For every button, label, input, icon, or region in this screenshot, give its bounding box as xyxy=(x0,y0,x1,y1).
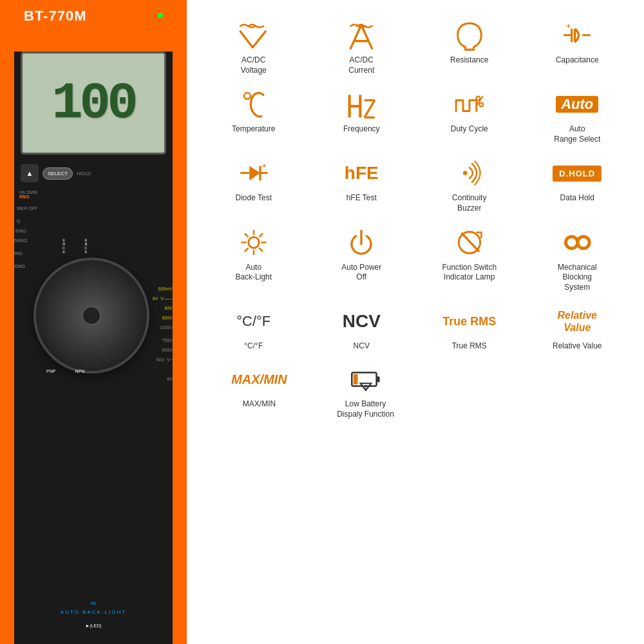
diode-test-icon: + xyxy=(238,157,270,189)
temperature-icon xyxy=(238,88,270,120)
auto-badge-text: Auto xyxy=(556,96,598,113)
svg-line-29 xyxy=(260,234,262,236)
auto-backlight-feat-label: AutoBack-Light xyxy=(235,263,272,283)
celsius-fahrenheit-text: °C/°F xyxy=(236,314,270,328)
transistor-e-left: E B C E xyxy=(62,238,65,254)
rms-label: RMS xyxy=(19,194,37,199)
led-label: ►(LED) xyxy=(14,623,173,628)
relative-value-text: RelativeValue xyxy=(558,309,597,334)
feature-resistance: Resistance xyxy=(419,19,520,75)
diode-test-label: Diode Test xyxy=(236,193,272,204)
auto-range-icon: Auto xyxy=(556,88,598,120)
capacitance-label: Capacitance xyxy=(556,55,599,66)
6mohm-label: 6MΩ xyxy=(13,251,23,256)
600v-ac-label: 600V xyxy=(162,348,173,352)
continuity-buzzer-label: ContinuityBuzzer xyxy=(452,193,486,213)
mechanical-blocking-icon xyxy=(561,227,593,259)
continuity-buzzer-icon xyxy=(453,157,486,189)
low-battery-label: Low BatteryDispaly Function xyxy=(337,399,394,419)
feature-continuity-buzzer: ContinuityBuzzer xyxy=(419,157,520,213)
hfe-text: hFE xyxy=(345,164,379,182)
true-rms-icon: True RMS xyxy=(442,305,496,337)
max-min-text: MAX/MIN xyxy=(231,373,287,386)
multimeter-panel: BT-770M 100 ▲ SELECT HOLD nts DMM RMS WE… xyxy=(0,0,187,644)
feature-diode-test: + Diode Test xyxy=(203,157,305,213)
600v-label: 600V xyxy=(162,316,173,320)
feature-ac-dc-current: AC/DCCurrent xyxy=(311,19,413,75)
dial-center xyxy=(82,306,101,325)
feature-true-rms: True RMS True RMS xyxy=(419,305,520,352)
mechanical-blocking-label: MechanicalBlockingSystem xyxy=(558,263,597,293)
ncv-text: NCV xyxy=(343,312,381,330)
feature-function-switch: Function SwitchIndicator Lamp xyxy=(419,227,520,293)
max-min-icon: MAX/MIN xyxy=(231,363,287,395)
feature-data-hold: D.HOLD Data Hold xyxy=(527,157,629,213)
ac-dc-voltage-label: AC/DCVoltage xyxy=(241,55,267,75)
auto-power-off-icon xyxy=(345,227,377,259)
relative-value-label: Relative Value xyxy=(553,341,602,352)
svg-marker-17 xyxy=(249,166,260,181)
feature-auto-backlight: AutoBack-Light xyxy=(203,227,305,293)
svg-point-37 xyxy=(580,238,588,246)
display-area: 100 xyxy=(21,52,166,155)
svg-line-27 xyxy=(245,234,247,236)
capacitance-icon: + xyxy=(561,19,593,52)
triangle-button[interactable]: ▲ xyxy=(21,164,39,182)
svg-point-13 xyxy=(476,97,480,100)
svg-point-22 xyxy=(248,237,259,248)
d-hold-badge: D.HOLD xyxy=(553,166,601,182)
feature-auto-range: Auto AutoRange Select xyxy=(527,88,629,144)
dial-circle[interactable] xyxy=(33,258,149,374)
svg-line-28 xyxy=(260,248,262,251)
duty-cycle-label: Duty Cycle xyxy=(451,124,488,135)
true-rms-text: True RMS xyxy=(442,316,496,327)
6v-ac-label: 6V xyxy=(167,377,173,381)
resistance-icon xyxy=(453,19,486,52)
feature-max-min: MAX/MIN MAX/MIN xyxy=(209,363,309,419)
svg-point-36 xyxy=(567,238,576,246)
svg-line-11 xyxy=(365,100,375,118)
svg-rect-40 xyxy=(353,374,357,384)
function-switch-label: Function SwitchIndicator Lamp xyxy=(442,263,497,283)
auto-range-label: AutoRange Select xyxy=(554,124,600,144)
hfe-test-label: hFE Test xyxy=(346,193,377,204)
counts-label: nts DMM xyxy=(19,190,37,194)
hfe-test-icon: hFE xyxy=(345,157,379,189)
ncv-icon: NCV xyxy=(343,305,381,337)
features-panel: AC/DCVoltage AC/DCCurrent xyxy=(187,0,644,644)
celsius-fahrenheit-label: °C/°F xyxy=(244,341,263,352)
feature-capacitance: + Capacitance xyxy=(527,19,629,75)
svg-point-43 xyxy=(365,388,366,390)
features-grid: AC/DCVoltage AC/DCCurrent xyxy=(203,19,628,352)
frequency-label: Frequency xyxy=(343,124,380,135)
function-switch-icon xyxy=(453,227,486,259)
data-hold-icon: D.HOLD xyxy=(553,157,601,189)
green-led xyxy=(158,13,163,18)
svg-line-33 xyxy=(462,233,478,251)
svg-rect-39 xyxy=(376,376,379,382)
low-battery-icon xyxy=(350,363,382,395)
feature-temperature: Temperature xyxy=(203,88,305,144)
60v-label: 60V xyxy=(165,306,173,310)
resistance-label: Resistance xyxy=(450,55,488,66)
hz-bottom-label: Hz xyxy=(14,601,173,605)
feature-relative-value: RelativeValue Relative Value xyxy=(527,305,629,352)
select-button[interactable]: SELECT xyxy=(43,167,73,180)
auto-backlight-icon xyxy=(238,227,270,259)
svg-line-30 xyxy=(245,248,247,251)
feature-ncv: NCV NCV xyxy=(311,305,413,352)
auto-power-off-label: Auto PowerOff xyxy=(341,263,381,283)
ac-dc-voltage-icon xyxy=(238,19,270,52)
pnp-npn-area: PNP NPN xyxy=(46,369,84,374)
svg-text:+: + xyxy=(262,162,266,169)
dial-area: E B C E E B C E PNP NPN xyxy=(27,238,156,367)
ac-dc-current-label: AC/DCCurrent xyxy=(348,55,374,75)
relative-value-icon: RelativeValue xyxy=(558,305,597,337)
feature-frequency: Frequency xyxy=(311,88,413,144)
60v-ac-label: 60V V~ xyxy=(156,357,173,362)
feature-mechanical-blocking: MechanicalBlockingSystem xyxy=(527,227,629,293)
1000v-label: 1000V xyxy=(160,325,173,330)
display-digits: 100 xyxy=(52,74,135,133)
svg-text:+: + xyxy=(567,21,571,30)
max-min-label: MAX/MIN xyxy=(243,399,276,410)
